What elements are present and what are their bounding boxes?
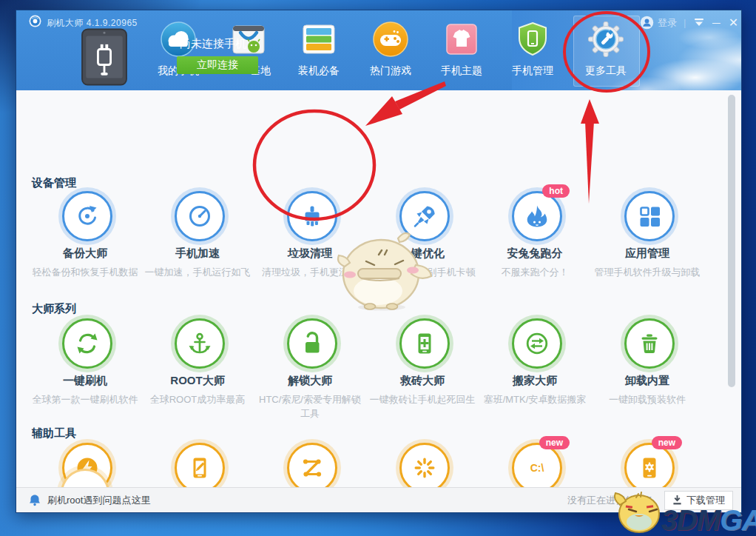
trash-icon [636, 330, 663, 357]
badge: new [539, 436, 570, 449]
tool-tile[interactable]: new 刷入Recovery 一键刷入Recovery [591, 439, 703, 488]
flash-refresh-icon [74, 330, 101, 357]
adb-console-icon: C:\ [524, 455, 550, 481]
phone-rescue-icon [411, 330, 438, 357]
tool-label: 一键优化 [400, 247, 445, 261]
titlebar: 刷机大师 4.1.9.20965 登录 | ─ ✕ [16, 10, 741, 33]
tool-tile[interactable]: 搬家大师 塞班/MTK/安卓数据搬家 [479, 315, 591, 421]
lockscreen-pattern-icon [299, 455, 325, 481]
task-status-text: 没有正在进行的任务 [567, 494, 654, 507]
tool-tile[interactable]: 清除锁屏密码 有了它，不怕忘记锁屏密码了 [254, 439, 366, 488]
tool-desc: 点击优化，告别手机卡顿 [368, 265, 477, 279]
scrollbar-thumb[interactable] [728, 95, 735, 387]
anchor-icon [186, 330, 213, 357]
badge: hot [542, 184, 570, 198]
help-link[interactable]: 刷机root遇到问题点这里 [29, 494, 150, 507]
restart-spinner-icon [411, 455, 438, 481]
recovery-phone-icon [186, 455, 213, 481]
tool-desc: 一键加速，手机运行如飞 [143, 265, 252, 279]
tool-tile[interactable]: 一键优化 点击优化，告别手机卡顿 [366, 187, 479, 279]
tool-label: 手机加速 [175, 247, 220, 261]
download-icon [672, 495, 682, 506]
nav-item-label: 热门游戏 [357, 64, 425, 78]
tool-desc: 全球第一款一键刷机软件 [30, 392, 140, 406]
tool-label: 卸载内置 [625, 374, 669, 388]
tool-tile[interactable]: hot 安兔兔跑分 不服来跑个分！ [479, 187, 591, 279]
titlebar-separator: | [684, 17, 686, 28]
tool-desc: 管理手机软件升级与卸载 [593, 265, 702, 279]
tool-desc: 塞班/MTK/安卓数据搬家 [480, 392, 590, 406]
minimize-button[interactable]: ─ [709, 16, 723, 30]
tool-tile[interactable]: 救砖大师 一键救砖让手机起死回生 [366, 315, 479, 421]
app-window: 刷机大师 4.1.9.20965 登录 | ─ ✕ [16, 10, 742, 513]
app-header: 刷机大师 4.1.9.20965 登录 | ─ ✕ [16, 10, 741, 90]
tool-tile[interactable]: 重启设备 快速重启安卓设备 [366, 439, 479, 488]
tool-desc: 一键卸载预装软件 [593, 392, 702, 406]
tool-label: ROOT大师 [170, 374, 224, 388]
tool-label: 垃圾清理 [288, 247, 332, 261]
login-link[interactable]: 登录 [658, 16, 677, 30]
unlock-icon [299, 330, 325, 357]
tool-tile[interactable]: ROOT大师 全球ROOT成功率最高 [141, 315, 254, 421]
antutu-flame-icon [524, 203, 550, 230]
user-avatar-icon[interactable] [640, 16, 654, 30]
footer-bar: 刷机root遇到问题点这里 没有正在进行的任务 下载管理 [16, 487, 741, 512]
app-grid-icon [636, 203, 663, 230]
tool-desc: 清理垃圾，手机更流畅 [255, 265, 365, 279]
nav-item-label: 手机管理 [499, 64, 567, 78]
tool-label: 安兔兔跑分 [507, 247, 563, 261]
tools-content: 设备管理 备份大师 轻松备份和恢复手机数据 手机加速 一键加速，手机运行如飞 垃… [16, 90, 740, 488]
flash-recovery-icon [636, 455, 663, 481]
badge: new [652, 436, 682, 449]
nav-item-label: 更多工具 [572, 64, 640, 78]
speedometer-icon [186, 203, 213, 230]
tool-tile[interactable]: 手机加速 一键加速，手机运行如飞 [141, 187, 254, 279]
close-button[interactable]: ✕ [726, 16, 740, 30]
app-logo-icon [29, 15, 41, 27]
tool-label: 搬家大师 [513, 374, 557, 388]
phone-usb-icon [80, 28, 129, 89]
tool-desc: 轻松备份和恢复手机数据 [30, 265, 140, 279]
help-text: 刷机root遇到问题点这里 [47, 494, 150, 507]
menu-arrow-icon[interactable] [692, 16, 706, 30]
tool-tile[interactable]: 解锁大师 HTC/索尼/索爱专用解锁工具 [254, 315, 366, 421]
tool-tile[interactable]: 备份大师 轻松备份和恢复手机数据 [29, 187, 141, 279]
tool-desc: 一键救砖让手机起死回生 [368, 392, 477, 406]
tool-label: 一键刷机 [63, 374, 107, 388]
svg-text:C:\: C:\ [530, 462, 544, 474]
bell-icon [29, 494, 41, 507]
tool-tile[interactable]: 一键刷机 全球第一款一键刷机软件 [29, 315, 141, 421]
clean-brush-icon [299, 203, 325, 230]
download-label: 下载管理 [686, 494, 725, 507]
tool-desc: 全球ROOT成功率最高 [143, 392, 252, 406]
backup-restore-icon [74, 203, 101, 230]
connection-status: 尚未连接手机 [180, 37, 246, 51]
tool-label: 应用管理 [625, 247, 669, 261]
nav-item-label: 手机主题 [428, 64, 496, 78]
window-title: 刷机大师 4.1.9.20965 [47, 17, 138, 30]
connect-now-button[interactable]: 立即连接 [177, 56, 258, 74]
tool-tile[interactable]: C:\ new ADB控制台 用键盘操控安卓设备 [479, 439, 591, 488]
tool-tile[interactable]: Recovery模式 进入手动刷机模式 [141, 439, 254, 488]
tool-desc: 不服来跑个分！ [480, 265, 590, 279]
tool-desc: HTC/索尼/索爱专用解锁工具 [255, 392, 365, 421]
tool-label: 救砖大师 [400, 374, 445, 388]
tool-label: 解锁大师 [288, 374, 332, 388]
download-manager-button[interactable]: 下载管理 [664, 491, 733, 510]
rocket-icon [411, 203, 438, 230]
tool-tile[interactable]: 卸载内置 一键卸载预装软件 [591, 315, 703, 421]
tool-tile[interactable]: 应用管理 管理手机软件升级与卸载 [591, 187, 703, 279]
nav-item-label: 装机必备 [285, 64, 353, 78]
tool-label: 备份大师 [63, 247, 107, 261]
tool-tile[interactable]: 垃圾清理 清理垃圾，手机更流畅 [254, 187, 366, 279]
data-transfer-icon [524, 330, 550, 357]
